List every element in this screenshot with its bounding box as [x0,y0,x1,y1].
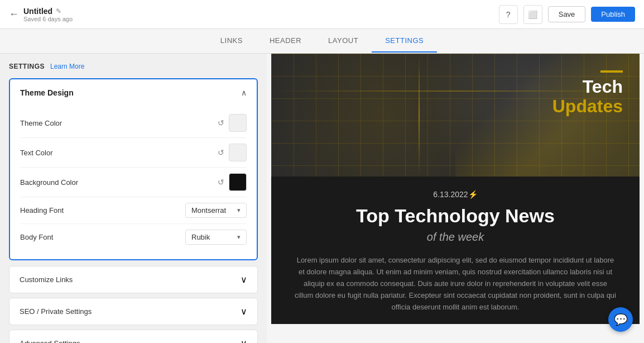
advanced-settings-title: Advanced Settings [20,339,80,343]
text-color-reset-button[interactable]: ↺ [218,148,224,157]
hero-title-block: Tech Updates [552,70,623,116]
top-bar-left: ← Untitled ✎ Saved 6 days ago [9,7,73,22]
advanced-settings-chevron-icon: ∨ [241,338,247,343]
help-icon: ? [506,10,511,19]
date-row: 6.13.2022⚡ [282,190,628,199]
preview-button[interactable]: ⬜ [523,5,542,24]
heading-font-select[interactable]: Montserrat ▾ [185,203,247,218]
theme-design-card: Theme Design ∧ Theme Color ↺ Text Color … [9,78,258,260]
advanced-settings-header[interactable]: Advanced Settings ∨ [9,330,257,343]
hero-image: Tech Updates [271,54,640,177]
learn-more-link[interactable]: Learn More [50,63,84,70]
settings-label: SETTINGS [9,63,45,70]
body-font-select[interactable]: Rubik ▾ [185,230,247,245]
theme-design-header[interactable]: Theme Design ∧ [10,79,257,106]
customize-links-accordion: Customize Links ∨ [9,266,258,293]
customize-links-title: Customize Links [20,275,73,284]
theme-color-controls: ↺ [218,114,247,132]
preview-content: Tech Updates 6.13.2022⚡ Top Technology N… [267,54,644,343]
tab-layout[interactable]: LAYOUT [315,30,372,53]
edit-title-icon[interactable]: ✎ [56,7,61,15]
left-panel: SETTINGS Learn More Theme Design ∧ Theme… [0,54,267,343]
body-font-label: Body Font [20,233,53,241]
theme-design-body: Theme Color ↺ Text Color ↺ Backg [10,106,257,259]
background-color-controls: ↺ [218,173,247,191]
seo-private-chevron-icon: ∨ [241,306,247,317]
heading-font-row: Heading Font Montserrat ▾ [20,197,247,223]
background-color-label: Background Color [20,178,78,187]
main-headline: Top Technology News [282,206,628,226]
hero-title-main: Tech [552,77,623,97]
back-button[interactable]: ← [9,8,19,20]
settings-header: SETTINGS Learn More [9,63,258,70]
help-button[interactable]: ? [499,5,518,24]
hero-accent-line [600,70,623,73]
advanced-settings-accordion: Advanced Settings ∨ [9,330,258,343]
tab-header[interactable]: HEADER [256,30,315,53]
theme-color-row: Theme Color ↺ [20,108,247,137]
body-font-row: Body Font Rubik ▾ [20,223,247,250]
title-block: Untitled ✎ Saved 6 days ago [23,7,73,22]
theme-design-title: Theme Design [20,88,74,97]
saved-status: Saved 6 days ago [23,16,73,22]
seo-private-title: SEO / Private Settings [20,307,92,316]
tab-settings[interactable]: SETTINGS [372,30,437,53]
top-bar: ← Untitled ✎ Saved 6 days ago ? ⬜ Save P… [0,0,644,29]
background-color-row: Background Color ↺ [20,167,247,197]
heading-font-chevron-icon: ▾ [237,207,241,214]
theme-color-swatch[interactable] [229,114,247,132]
sub-headline: of the week [282,231,628,244]
date-text: 6.13.2022 [433,190,468,199]
body-font-value: Rubik [191,233,210,241]
tabs-bar: LINKS HEADER LAYOUT SETTINGS [0,29,644,54]
customize-links-header[interactable]: Customize Links ∨ [9,266,257,293]
seo-private-header[interactable]: SEO / Private Settings ∨ [9,298,257,325]
title-row: Untitled ✎ [23,7,73,16]
body-text: Lorem ipsum dolor sit amet, consectetur … [294,255,617,313]
theme-color-label: Theme Color [20,119,62,127]
customize-links-chevron-icon: ∨ [241,274,247,285]
chat-icon: 💬 [614,313,628,326]
text-color-controls: ↺ [218,144,247,161]
monitor-icon: ⬜ [528,10,537,19]
text-color-swatch[interactable] [229,144,247,161]
body-font-chevron-icon: ▾ [237,234,241,241]
hero-title-sub: Updates [552,97,623,116]
background-color-swatch[interactable] [229,173,247,191]
seo-private-accordion: SEO / Private Settings ∨ [9,298,258,325]
background-color-reset-button[interactable]: ↺ [218,178,224,187]
newsletter-preview: Tech Updates 6.13.2022⚡ Top Technology N… [271,54,640,324]
heading-font-label: Heading Font [20,206,64,215]
page-title: Untitled [23,7,52,16]
dark-section: 6.13.2022⚡ Top Technology News of the we… [271,177,640,324]
save-button[interactable]: Save [548,6,586,22]
chat-bubble-button[interactable]: 💬 [608,307,633,332]
text-color-label: Text Color [20,149,53,157]
text-color-row: Text Color ↺ [20,137,247,167]
main-content: SETTINGS Learn More Theme Design ∧ Theme… [0,54,644,343]
heading-font-value: Montserrat [191,206,226,215]
tab-links[interactable]: LINKS [207,30,256,53]
top-bar-right: ? ⬜ Save Publish [499,5,635,24]
lightning-icon: ⚡ [468,190,478,199]
theme-color-reset-button[interactable]: ↺ [218,118,224,127]
right-panel: Tech Updates 6.13.2022⚡ Top Technology N… [267,54,644,343]
theme-design-chevron-icon: ∧ [241,88,247,97]
publish-button[interactable]: Publish [591,7,635,22]
gold-stripe-vertical [419,54,420,177]
